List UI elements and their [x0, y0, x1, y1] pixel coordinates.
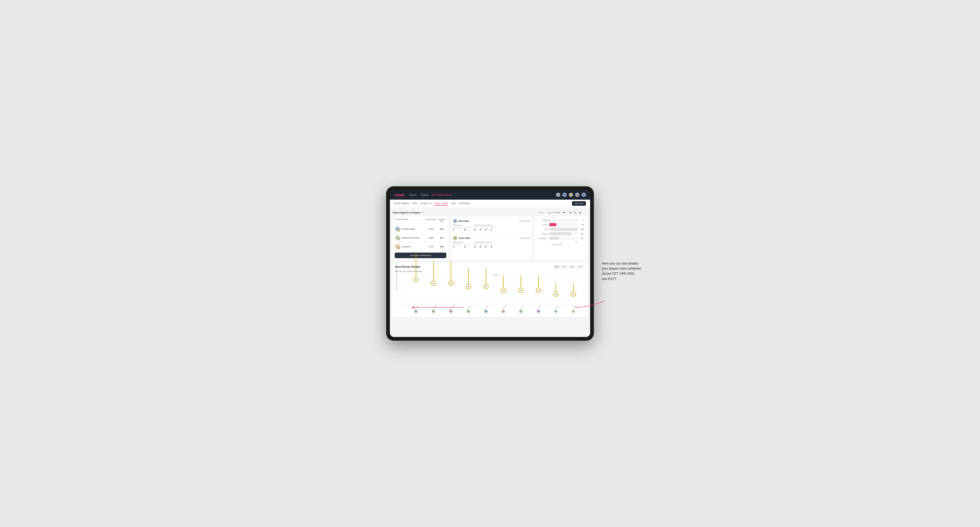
- mini-avatar: EE: [414, 310, 418, 313]
- round-player-name: Rees Britt: [459, 220, 519, 222]
- practice-stat: Practice 2: [465, 244, 470, 248]
- round-date: 02 Sep 2023: [519, 220, 530, 222]
- bar-value: 499: [581, 229, 584, 230]
- lollipop-bubble: 4x: [536, 288, 541, 293]
- tablet-frame: clippd Home Teams My Performance 🔍 👤 🔔 ⚙…: [386, 186, 594, 341]
- player-avg: 103: [437, 245, 446, 248]
- player-score: 17/20: [425, 245, 437, 248]
- subnav-team-clippd[interactable]: Team Clippd: [434, 202, 448, 206]
- team-header: Team Clippd | 14 Players ✎ Show Last 3 m…: [393, 210, 587, 215]
- bell-icon[interactable]: 🔔: [569, 193, 573, 197]
- grid-view-icon[interactable]: ⊞: [568, 211, 572, 215]
- lollipop-bubble: 5x: [466, 284, 471, 289]
- filter-arg[interactable]: ARG: [569, 265, 576, 268]
- edit-team-icon[interactable]: ✎: [422, 211, 424, 214]
- subnav-pga[interactable]: PGA: [412, 202, 417, 206]
- subnav-pgat[interactable]: PGAT Players: [394, 202, 409, 206]
- lollipop-chart: Best Streak, Fairway Accuracy 6 4 2: [395, 274, 585, 314]
- mini-avatar: CQ: [571, 310, 575, 313]
- practice-value: 6: [465, 229, 470, 231]
- lollipop-stem: [486, 268, 486, 287]
- round-card: JC Josh Coles 26 Aug 2023 Total Rounds T…: [453, 236, 530, 250]
- lollipop-item: 7x E. Ebert EE: [407, 275, 425, 305]
- player-name: Edward Crossman: [402, 237, 425, 239]
- settings-icon[interactable]: ⚙: [575, 193, 579, 197]
- bar-fill: [549, 219, 550, 222]
- chart-view-icon[interactable]: ↕: [583, 211, 587, 215]
- search-icon[interactable]: 🔍: [556, 193, 560, 197]
- nav-home[interactable]: Home: [410, 193, 417, 197]
- player-name: Cameron...: [402, 245, 425, 248]
- player-label: J. Coles: [466, 305, 471, 310]
- bar-wrap: 3: [549, 219, 578, 222]
- bar-fill: [549, 237, 559, 240]
- bar-label: Eagles: [536, 219, 548, 221]
- subnav-tour[interactable]: Tour: [451, 202, 456, 206]
- total-rounds-label: Total Rounds: [453, 241, 470, 243]
- lollipop-item: 5x R. Britt RB: [477, 275, 495, 305]
- lollipop-bubble: 5x: [483, 284, 488, 289]
- view-full-leaderboard-button[interactable]: View Full Leaderboard: [395, 252, 446, 258]
- nav-my-performance[interactable]: My Performance: [432, 193, 451, 197]
- sub-nav-links: PGAT Players PGA Hcaps 1-5 Team Clippd T…: [394, 202, 572, 206]
- bar-label: Pars: [536, 229, 548, 230]
- subnav-hcaps[interactable]: Hcaps 1-5: [420, 202, 431, 206]
- lollipop-bubble: 3x: [571, 291, 576, 297]
- content-columns: PLAYER NAME PB SCORE PB AVG SQ RB 1 Rich…: [393, 216, 587, 260]
- app-stat: APP 0: [480, 227, 483, 231]
- lollipop-bubble: 3x: [553, 291, 558, 297]
- y-axis-label: Best Streak, Fairway Accuracy: [396, 289, 397, 290]
- show-label: Show: [538, 211, 544, 214]
- mini-avatar: JC: [466, 310, 470, 313]
- user-icon[interactable]: 👤: [562, 193, 567, 197]
- filter-ott[interactable]: OTT: [554, 265, 560, 268]
- avatar-icon[interactable]: 👤: [582, 193, 586, 197]
- lollipop-item: 5x J. Coles JC: [460, 275, 477, 305]
- total-rounds-group: Total Rounds Tournament 7 Practice: [453, 224, 470, 231]
- bar-fill: [549, 227, 578, 231]
- chart-grid: 6 4 2 0: [407, 275, 582, 305]
- lollipop-item: 6x B. McHerg BM: [425, 275, 442, 305]
- practice-activities-group: Total Practice Activities OTT 0 APP: [474, 224, 495, 231]
- avatar: EC 2: [395, 235, 401, 241]
- putt-stat: PUTT 1: [490, 227, 495, 231]
- mini-avatar: DB: [449, 310, 453, 313]
- team-title: Team Clippd | 14 Players ✎: [393, 211, 538, 214]
- add-team-button[interactable]: Add Team: [572, 201, 586, 206]
- nav-bar: clippd Home Teams My Performance 🔍 👤 🔔 ⚙…: [390, 190, 590, 200]
- app-stat: APP 0: [480, 244, 483, 248]
- streaks-title: Best Round Streaks: [395, 265, 554, 268]
- x-axis: 0 200 400: [548, 241, 578, 243]
- bar-label: Bogeys: [536, 233, 548, 235]
- lollipop-item: 4x D. Ford DF: [512, 275, 530, 305]
- bar-fill: [549, 232, 571, 235]
- putt-stat: PUTT 1: [490, 244, 495, 248]
- player-label: C. Quick: [571, 305, 577, 310]
- filter-app[interactable]: APP: [561, 265, 568, 268]
- bar-row-eagles: Eagles 3: [536, 219, 578, 222]
- total-rounds-label: Total Rounds: [453, 224, 470, 226]
- round-stats: Total Rounds Tournament 7 Practice: [453, 241, 530, 248]
- annotation-text: Here you can see streaks your players ha…: [602, 261, 658, 282]
- filter-putt[interactable]: PUTT: [577, 265, 585, 268]
- bar-wrap: 131: [549, 237, 578, 240]
- filter-buttons: OTT APP ARG PUTT: [554, 265, 585, 268]
- nav-teams[interactable]: Teams: [420, 193, 428, 197]
- logo: clippd: [394, 193, 404, 197]
- bar-row-bogeys: Bogeys 311: [536, 232, 578, 235]
- subnav-all-players[interactable]: All Players: [459, 202, 471, 206]
- round-date: 26 Aug 2023: [520, 237, 530, 239]
- player-score: 19/20: [425, 228, 437, 230]
- detail-view-icon[interactable]: ▤: [578, 211, 582, 215]
- list-view-icon[interactable]: ≡: [573, 211, 578, 215]
- bar-wrap: 96: [549, 223, 578, 226]
- mini-avatar: RB: [554, 310, 558, 313]
- streaks-header: Best Round Streaks OTT APP ARG PUTT: [395, 265, 585, 268]
- ott-stat: OTT 0: [474, 244, 477, 248]
- period-select[interactable]: Last 3 months: [545, 210, 566, 215]
- bar-label: Birdies: [536, 224, 548, 226]
- col-player-name: PLAYER NAME: [395, 219, 425, 222]
- round-card: RB Rees Britt 02 Sep 2023 Total Rounds T…: [453, 219, 530, 233]
- player-label: R. Butler: [554, 305, 559, 310]
- lollipop-item: 3x C. Quick CQ: [565, 275, 582, 305]
